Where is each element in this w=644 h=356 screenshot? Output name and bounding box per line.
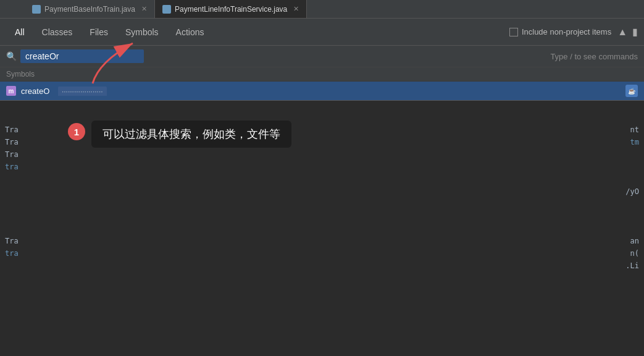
include-non-project: Include non-project items xyxy=(509,27,611,36)
layout-icon[interactable]: ▮ xyxy=(632,26,638,38)
code-fragment-2: Tra xyxy=(5,138,19,146)
tab-close-1[interactable]: ✕ xyxy=(141,5,147,13)
code-fragment-6: tra xyxy=(5,249,19,258)
result-detail: ···················· xyxy=(58,87,107,96)
include-label-text: Include non-project items xyxy=(522,27,611,36)
filter-icon[interactable]: ▲ xyxy=(617,27,627,38)
nav-icons: ▲ ▮ xyxy=(617,26,638,38)
tooltip-container: 1 可以过滤具体搜索，例如类，文件等 xyxy=(68,121,291,148)
tab-bar: PaymentBaseInfoTrain.java ✕ PaymentLineI… xyxy=(0,0,644,19)
result-text: createO ···················· xyxy=(21,87,621,96)
result-icon-label: m xyxy=(9,88,14,95)
tab-actions[interactable]: Actions xyxy=(167,22,213,42)
java-badge-icon: ☕ xyxy=(628,88,635,95)
result-name: createO xyxy=(21,87,49,96)
result-java-badge: ☕ xyxy=(625,85,638,97)
tab-classes[interactable]: Classes xyxy=(33,22,82,42)
right-code-2: tm xyxy=(630,138,639,146)
search-hint: Type / to see commands xyxy=(550,52,638,61)
search-input[interactable] xyxy=(20,49,144,63)
search-row: 🔍 Type / to see commands xyxy=(0,46,644,67)
result-method-icon: m xyxy=(6,86,16,96)
tab-payment-base[interactable]: PaymentBaseInfoTrain.java ✕ xyxy=(25,0,155,18)
tooltip-text: 可以过滤具体搜索，例如类，文件等 xyxy=(102,128,280,140)
tooltip-badge: 1 xyxy=(68,123,85,140)
right-code-5: n( xyxy=(630,249,639,258)
search-input-wrapper xyxy=(20,49,144,63)
code-fragment-4: tra xyxy=(5,163,19,171)
code-fragment-3: Tra xyxy=(5,150,19,159)
tab-label-2: PaymentLineInfoTrainService.java xyxy=(175,5,287,14)
tooltip-box: 可以过滤具体搜索，例如类，文件等 xyxy=(91,121,291,148)
nav-tabs-row: All Classes Files Symbols Actions Includ… xyxy=(0,19,644,46)
code-fragment-1: Tra xyxy=(5,125,19,134)
right-code-1: nt xyxy=(630,125,639,134)
right-code-3: /yO xyxy=(625,187,639,196)
java-icon-2 xyxy=(162,5,171,14)
tab-payment-line[interactable]: PaymentLineInfoTrainService.java ✕ xyxy=(155,0,307,18)
tooltip-badge-number: 1 xyxy=(74,127,79,137)
search-icon: 🔍 xyxy=(6,51,17,61)
java-icon-1 xyxy=(32,5,41,14)
result-row[interactable]: m createO ···················· ☕ xyxy=(0,82,644,100)
category-label: Symbols xyxy=(0,67,644,82)
tab-files[interactable]: Files xyxy=(81,22,117,42)
code-fragment-5: Tra xyxy=(5,237,19,245)
tab-close-2[interactable]: ✕ xyxy=(293,5,299,13)
right-code-6: .Li xyxy=(625,261,639,270)
right-code-4: an xyxy=(630,237,639,245)
include-checkbox[interactable] xyxy=(509,28,518,36)
tab-symbols[interactable]: Symbols xyxy=(117,22,167,42)
search-panel: PaymentBaseInfoTrain.java ✕ PaymentLineI… xyxy=(0,0,644,101)
tab-all[interactable]: All xyxy=(6,22,33,42)
tab-label-1: PaymentBaseInfoTrain.java xyxy=(44,5,135,14)
